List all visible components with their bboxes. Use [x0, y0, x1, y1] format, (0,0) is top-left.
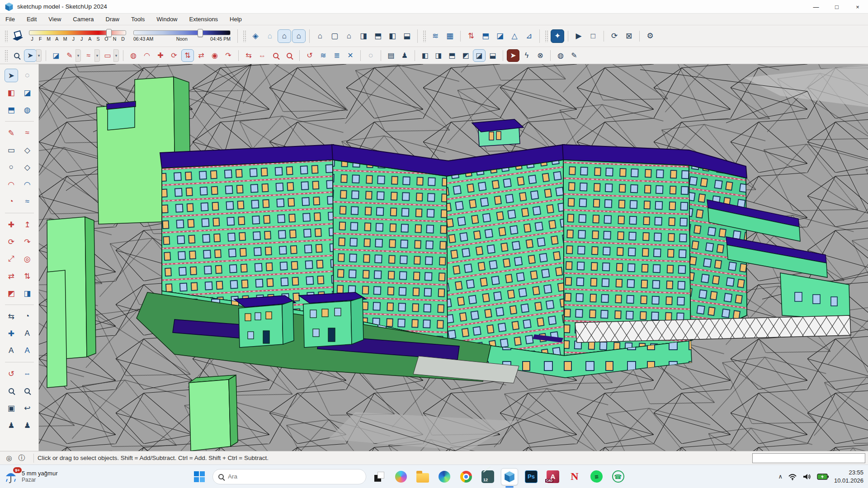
sandbox-from-contours-button[interactable]: ≋ — [429, 29, 442, 43]
sandbox-drape-button[interactable]: ◪ — [493, 29, 507, 43]
weather-widget[interactable]: 9+ 5 mm yağmur Pazar — [5, 469, 57, 484]
view-iso-button[interactable]: ⌂ — [313, 29, 327, 43]
mirror-tool[interactable]: ⇄ — [5, 269, 18, 283]
planner-app-button[interactable]: 12 — [479, 468, 496, 485]
shadows-toggle-button[interactable] — [10, 29, 25, 43]
pie-tool[interactable]: ◔ — [5, 195, 18, 208]
menu-window[interactable]: Window — [156, 16, 177, 23]
three-d-text-tool[interactable]: A — [20, 344, 34, 357]
shaded-style-button[interactable]: ⌂ — [292, 29, 306, 43]
tape-measure-tool[interactable]: ⇆ — [5, 310, 18, 323]
menu-help[interactable]: Help — [230, 16, 242, 23]
pen-button[interactable]: ✎ — [568, 49, 580, 62]
push-pull-tool[interactable]: ↥ — [20, 218, 34, 231]
close-button[interactable]: × — [847, 0, 868, 14]
shapes-tool[interactable]: ◧ — [5, 86, 18, 99]
solid-trim-button[interactable]: ⬒ — [446, 49, 458, 62]
protractor-tool[interactable]: ◔ — [20, 310, 34, 323]
rectangle-tool-button[interactable]: ▭ — [101, 49, 114, 62]
text-tool[interactable]: A — [5, 344, 18, 357]
shadow-time-slider[interactable]: 06:43 AM Noon 04:45 PM — [133, 30, 231, 42]
stop-animation-button[interactable]: □ — [586, 29, 600, 43]
offset-tool[interactable]: ◎ — [20, 252, 34, 266]
netflix-button[interactable]: N — [566, 468, 583, 485]
swap-tool-button[interactable]: ⇆ — [242, 49, 255, 62]
xray-style-button[interactable]: ⌂ — [263, 29, 277, 43]
layers-button[interactable]: ≣ — [330, 49, 343, 62]
battery-icon[interactable] — [817, 474, 829, 480]
position-camera-tool[interactable]: ♟ — [5, 418, 18, 432]
render-plugin-button[interactable]: ✦ — [551, 29, 564, 43]
bezier-tool[interactable]: ≈ — [20, 195, 34, 208]
view-front-button[interactable]: ⌂ — [342, 29, 356, 43]
task-view-button[interactable] — [371, 468, 388, 485]
wifi-icon[interactable] — [788, 473, 797, 480]
pan-tool-button[interactable]: ⇔ — [256, 49, 269, 62]
tray-expand-chevron[interactable]: ∧ — [778, 473, 783, 480]
photoshop-button[interactable]: Ps — [523, 468, 540, 485]
move-tool-button[interactable]: ✚ — [154, 49, 167, 62]
menu-file[interactable]: File — [5, 16, 15, 23]
follow-me-tool[interactable]: ↷ — [20, 235, 34, 249]
move-tool[interactable]: ✚ — [5, 218, 18, 231]
minimize-button[interactable]: — — [806, 0, 826, 14]
select-tool-button[interactable]: ➤ — [24, 49, 37, 62]
chrome-button[interactable] — [458, 468, 475, 485]
pointer-plugin-button[interactable]: ➤ — [507, 49, 519, 62]
solid-shell-button[interactable]: ⬓ — [486, 49, 499, 62]
dimensions-tool[interactable]: A — [20, 327, 34, 340]
rectangle-dropdown[interactable]: ▾ — [113, 49, 119, 62]
flip-tool[interactable]: ⇅ — [20, 269, 34, 283]
info-icon[interactable]: ⓘ — [17, 454, 26, 463]
view-bottom-button[interactable]: ⬓ — [400, 29, 414, 43]
roll-tool-button[interactable]: ↷ — [222, 49, 235, 62]
toolbar-drag-handle[interactable] — [545, 30, 548, 42]
pan-tool[interactable]: ⇔ — [20, 367, 34, 380]
new-document-button[interactable]: ▤ — [385, 49, 397, 62]
select-dropdown[interactable]: ▾ — [36, 49, 42, 62]
toolbar-drag-handle[interactable] — [5, 30, 8, 42]
outer-shell-tool[interactable]: ◩ — [5, 286, 18, 300]
sandbox-smoove-button[interactable]: ⇅ — [464, 29, 478, 43]
model-canvas[interactable] — [39, 64, 868, 451]
rotated-rectangle-tool[interactable]: ◇ — [20, 143, 34, 157]
look-tool-button[interactable]: ◉ — [208, 49, 221, 62]
arc-tool[interactable]: ◠ — [5, 178, 18, 191]
copilot-button[interactable] — [392, 468, 410, 485]
file-explorer-button[interactable] — [414, 468, 431, 485]
autocad-button[interactable]: ACAD — [544, 468, 561, 485]
solid-union-button[interactable]: ◧ — [419, 49, 431, 62]
zoom-preview-button[interactable] — [10, 49, 23, 62]
toolbar-drag-handle[interactable] — [423, 30, 426, 42]
select-tool[interactable]: ➤ — [5, 69, 18, 82]
view-left-button[interactable]: ◧ — [386, 29, 399, 43]
settings-gear-button[interactable]: ⚙ — [643, 29, 657, 43]
eraser-tool[interactable]: ◪ — [20, 86, 34, 99]
sandbox-from-scratch-button[interactable]: ▦ — [443, 29, 457, 43]
time-slider-thumb[interactable] — [198, 29, 203, 37]
walk-tool[interactable]: ♟ — [20, 418, 34, 432]
delete-scene-button[interactable]: ⊠ — [622, 29, 636, 43]
lasso-tool[interactable]: ◌ — [20, 69, 34, 82]
search-input[interactable] — [228, 473, 345, 480]
toolbar-drag-handle[interactable] — [5, 50, 8, 61]
loupe-button[interactable]: ◌ — [364, 49, 377, 62]
solid-intersect-button[interactable]: ◩ — [459, 49, 472, 62]
menu-extensions[interactable]: Extensions — [189, 16, 218, 23]
menu-view[interactable]: View — [48, 16, 61, 23]
freehand-tool[interactable]: ≈ — [20, 126, 34, 140]
date-slider-thumb[interactable] — [106, 29, 112, 37]
menu-edit[interactable]: Edit — [27, 16, 37, 23]
zoom-out-button[interactable] — [283, 49, 296, 62]
add-person-button[interactable]: ♟ — [398, 49, 411, 62]
polygon-tool[interactable]: ◇ — [20, 160, 34, 174]
solid-subtract-button[interactable]: ◨ — [432, 49, 445, 62]
zoom-tool[interactable] — [5, 384, 18, 398]
arc-edit-button[interactable]: ◠ — [141, 49, 153, 62]
back-edges-style-button[interactable]: ⌂ — [278, 29, 291, 43]
menu-tools[interactable]: Tools — [131, 16, 145, 23]
whatsapp-button[interactable]: ☎ — [609, 468, 627, 485]
measurements-input[interactable] — [752, 453, 865, 463]
eraser-tool-button[interactable]: ◪ — [50, 49, 62, 62]
close-circle-button[interactable]: ⊗ — [534, 49, 547, 62]
